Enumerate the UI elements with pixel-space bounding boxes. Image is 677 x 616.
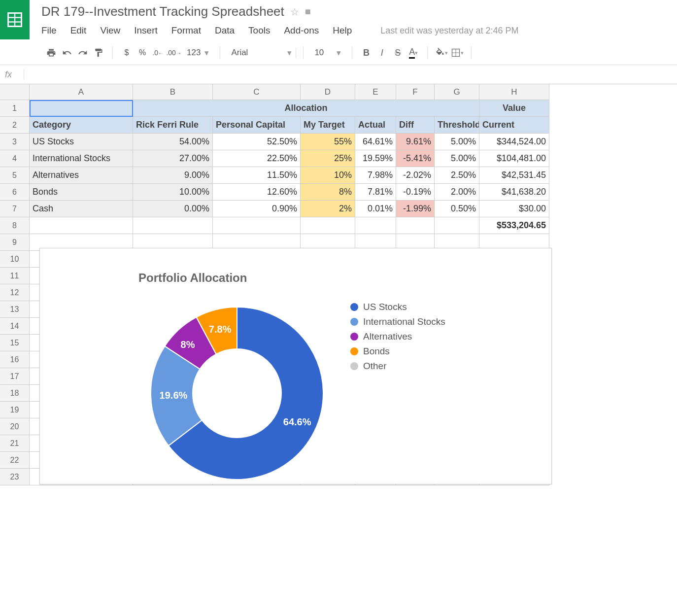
cell[interactable]: Value xyxy=(479,100,549,117)
last-edit-text[interactable]: Last edit was yesterday at 2:46 PM xyxy=(380,26,518,36)
row-header[interactable]: 19 xyxy=(0,402,30,418)
increase-decimal-button[interactable]: .00→ xyxy=(167,46,181,60)
percent-button[interactable]: % xyxy=(135,46,149,60)
row-header[interactable]: 22 xyxy=(0,452,30,469)
cell[interactable]: 8% xyxy=(301,184,355,201)
sheets-logo[interactable] xyxy=(0,0,30,39)
cell[interactable]: 2.00% xyxy=(435,184,479,201)
cell[interactable]: Bonds xyxy=(30,184,133,201)
cell[interactable]: 10.00% xyxy=(133,184,213,201)
cell[interactable] xyxy=(355,217,396,234)
cell[interactable]: 52.50% xyxy=(213,134,301,150)
menu-view[interactable]: View xyxy=(100,25,120,36)
menu-data[interactable]: Data xyxy=(215,25,235,36)
cell[interactable]: International Stocks xyxy=(30,150,133,167)
menu-addons[interactable]: Add-ons xyxy=(284,25,319,36)
cell[interactable]: Threshold xyxy=(435,117,479,134)
redo-icon[interactable] xyxy=(76,46,90,60)
cell[interactable]: 19.59% xyxy=(355,150,396,167)
menu-edit[interactable]: Edit xyxy=(70,25,87,36)
legend-item[interactable]: US Stocks xyxy=(350,300,445,314)
cell[interactable]: 7.98% xyxy=(355,167,396,184)
legend-item[interactable]: Bonds xyxy=(350,344,445,359)
column-header[interactable]: F xyxy=(396,84,435,100)
cell[interactable]: Cash xyxy=(30,201,133,217)
column-header[interactable]: A xyxy=(30,84,133,100)
cell[interactable]: $42,531.45 xyxy=(479,167,549,184)
row-header[interactable]: 15 xyxy=(0,335,30,351)
column-header[interactable]: D xyxy=(301,84,355,100)
row-header[interactable]: 10 xyxy=(0,251,30,268)
cell[interactable]: 9.00% xyxy=(133,167,213,184)
cell[interactable]: $344,524.00 xyxy=(479,134,549,150)
cell[interactable]: Current xyxy=(479,117,549,134)
menu-file[interactable]: File xyxy=(41,25,57,36)
cell[interactable]: $30.00 xyxy=(479,201,549,217)
spreadsheet-grid[interactable]: ABCDEFGH 1234567891011121314151617181920… xyxy=(0,84,677,485)
row-header[interactable]: 4 xyxy=(0,150,30,167)
cell[interactable]: 0.90% xyxy=(213,201,301,217)
cell[interactable]: Diff xyxy=(396,117,435,134)
chart-container[interactable]: Portfolio Allocation 64.6%19.6%8%7.8%US … xyxy=(39,248,552,484)
row-header[interactable]: 23 xyxy=(0,469,30,485)
row-header[interactable]: 7 xyxy=(0,201,30,217)
folder-icon[interactable]: ■ xyxy=(305,6,311,17)
row-header[interactable]: 6 xyxy=(0,184,30,201)
cell[interactable] xyxy=(30,217,133,234)
cell[interactable]: 64.61% xyxy=(355,134,396,150)
legend-item[interactable]: Alternatives xyxy=(350,329,445,344)
cell[interactable]: 2.50% xyxy=(435,167,479,184)
cell[interactable] xyxy=(133,217,213,234)
cell[interactable]: 2% xyxy=(301,201,355,217)
cell[interactable]: -2.02% xyxy=(396,167,435,184)
menu-insert[interactable]: Insert xyxy=(134,25,158,36)
cell[interactable] xyxy=(30,100,133,117)
strikethrough-button[interactable]: S xyxy=(391,46,405,60)
font-size-select[interactable]: 10▾ xyxy=(310,48,345,58)
row-header[interactable]: 18 xyxy=(0,385,30,402)
cell[interactable]: $533,204.65 xyxy=(479,217,549,234)
cell[interactable]: 27.00% xyxy=(133,150,213,167)
menu-help[interactable]: Help xyxy=(333,25,352,36)
cell[interactable]: 11.50% xyxy=(213,167,301,184)
cell[interactable]: My Target xyxy=(301,117,355,134)
row-header[interactable]: 11 xyxy=(0,268,30,284)
star-icon[interactable]: ☆ xyxy=(290,6,299,18)
row-header[interactable]: 13 xyxy=(0,301,30,318)
column-header[interactable]: B xyxy=(133,84,213,100)
row-header[interactable]: 3 xyxy=(0,134,30,150)
cell[interactable]: 12.60% xyxy=(213,184,301,201)
row-header[interactable]: 21 xyxy=(0,435,30,452)
cell[interactable] xyxy=(435,217,479,234)
cell[interactable]: 10% xyxy=(301,167,355,184)
font-select[interactable]: Arial▾ xyxy=(227,48,296,58)
cell[interactable]: 0.01% xyxy=(355,201,396,217)
cell[interactable]: 55% xyxy=(301,134,355,150)
currency-button[interactable]: $ xyxy=(120,46,134,60)
row-header[interactable]: 12 xyxy=(0,284,30,301)
cell[interactable]: Category xyxy=(30,117,133,134)
cell[interactable]: 5.00% xyxy=(435,150,479,167)
cell[interactable]: 7.81% xyxy=(355,184,396,201)
italic-button[interactable]: I xyxy=(375,46,389,60)
formula-input[interactable] xyxy=(24,69,672,80)
cell[interactable]: 25% xyxy=(301,150,355,167)
cell[interactable]: $41,638.20 xyxy=(479,184,549,201)
row-header[interactable]: 5 xyxy=(0,167,30,184)
cell[interactable]: 9.61% xyxy=(396,134,435,150)
document-title[interactable]: DR 179--Investment Tracking Spreadsheet xyxy=(41,4,284,19)
text-color-button[interactable]: A▾ xyxy=(406,46,420,60)
menu-format[interactable]: Format xyxy=(171,25,201,36)
number-format-select[interactable]: 123▾ xyxy=(183,48,213,58)
cell[interactable]: US Stocks xyxy=(30,134,133,150)
select-all-corner[interactable] xyxy=(0,84,30,100)
cell[interactable]: -0.19% xyxy=(396,184,435,201)
paint-format-icon[interactable] xyxy=(92,46,105,60)
undo-icon[interactable] xyxy=(60,46,74,60)
cell[interactable]: Actual xyxy=(355,117,396,134)
cell[interactable]: Personal Capital xyxy=(213,117,301,134)
print-icon[interactable] xyxy=(44,46,58,60)
row-header[interactable]: 1 xyxy=(0,100,30,117)
cell[interactable] xyxy=(213,217,301,234)
column-header[interactable]: G xyxy=(435,84,479,100)
